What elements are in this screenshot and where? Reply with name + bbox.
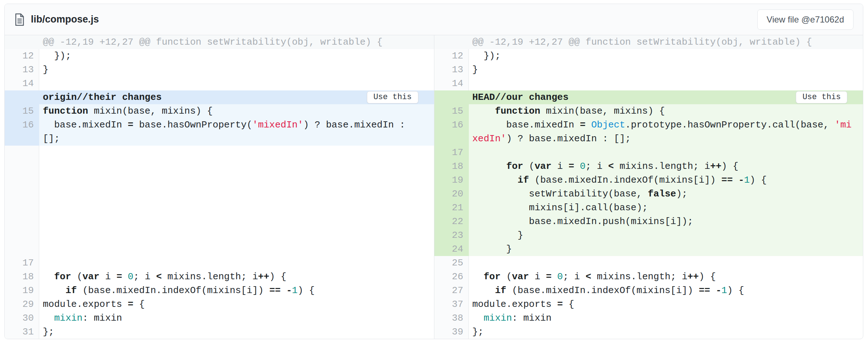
code-line: 27 if (base.mixedIn.indexOf(mixins[i]) =… xyxy=(434,284,863,297)
line-number: 17 xyxy=(5,256,39,270)
code-line: 31}; xyxy=(5,325,434,339)
code-line: 16 base.mixedIn = Object.prototype.hasOw… xyxy=(434,118,863,132)
code-line: 14 xyxy=(434,77,863,90)
code-text: module.exports = { xyxy=(469,297,863,311)
code-line: 12 }); xyxy=(434,49,863,63)
line-number xyxy=(5,146,39,159)
line-number: 24 xyxy=(434,242,469,256)
code-text xyxy=(39,146,434,159)
line-number: 13 xyxy=(5,63,39,77)
code-text: xedIn') ? base.mixedIn : []; xyxy=(469,132,863,146)
code-line: 12 }); xyxy=(5,49,434,63)
line-number: 39 xyxy=(434,325,469,339)
line-number: 14 xyxy=(434,77,469,90)
line-number xyxy=(5,228,39,242)
line-number: 31 xyxy=(5,325,39,339)
code-text xyxy=(39,242,434,256)
code-text: } xyxy=(39,63,434,77)
conflict-label: HEAD//our changes xyxy=(472,92,796,103)
filler-line xyxy=(5,242,434,256)
code-line: 21 mixins[i].call(base); xyxy=(434,201,863,215)
code-text: for (var i = 0; i < mixins.length; i++) … xyxy=(469,270,863,284)
code-text: } xyxy=(469,228,863,242)
line-number: 38 xyxy=(434,311,469,325)
code-line: 13} xyxy=(5,63,434,77)
line-number: 12 xyxy=(5,49,39,63)
hunk-header: @@ -12,19 +12,27 @@ function setWritabil… xyxy=(5,35,434,49)
code-text: }; xyxy=(469,325,863,339)
filler-line xyxy=(5,173,434,187)
code-line: 22 base.mixedIn.push(mixins[i]); xyxy=(434,215,863,228)
file-path: lib/compose.js xyxy=(31,14,99,25)
code-text: }); xyxy=(469,49,863,63)
line-number: 37 xyxy=(434,297,469,311)
code-line: 37module.exports = { xyxy=(434,297,863,311)
line-number: 16 xyxy=(434,118,469,132)
code-text: }); xyxy=(39,49,434,63)
code-line: 19 if (base.mixedIn.indexOf(mixins[i]) =… xyxy=(434,173,863,187)
use-this-button-theirs[interactable]: Use this xyxy=(367,91,418,104)
conflict-label: origin//their changes xyxy=(43,92,367,103)
code-line: 14 xyxy=(5,77,434,90)
use-this-button-ours[interactable]: Use this xyxy=(796,91,847,104)
line-number: 26 xyxy=(434,270,469,284)
code-text: mixin: mixin xyxy=(39,311,434,325)
hunk-header: @@ -12,19 +12,27 @@ function setWritabil… xyxy=(434,35,863,49)
code-line: 29module.exports = { xyxy=(5,297,434,311)
code-line: 20 setWritability(base, false); xyxy=(434,187,863,201)
line-number xyxy=(5,242,39,256)
code-line: 15function mixin(base, mixins) { xyxy=(5,104,434,118)
code-line: 23 } xyxy=(434,228,863,242)
filler-line xyxy=(5,215,434,228)
code-text: base.mixedIn.push(mixins[i]); xyxy=(469,215,863,228)
code-text xyxy=(39,187,434,201)
line-number: 12 xyxy=(434,49,469,63)
line-number xyxy=(5,201,39,215)
line-number xyxy=(5,132,39,146)
line-number xyxy=(5,173,39,187)
line-number: 21 xyxy=(434,201,469,215)
line-number: 19 xyxy=(5,284,39,297)
code-text: []; xyxy=(39,132,434,146)
code-text xyxy=(469,77,863,90)
code-text xyxy=(469,256,863,270)
line-number: 13 xyxy=(434,63,469,77)
code-line: 16 base.mixedIn = base.hasOwnProperty('m… xyxy=(5,118,434,132)
line-number: 15 xyxy=(5,104,39,118)
code-text xyxy=(469,146,863,159)
code-line: 30 mixin: mixin xyxy=(5,311,434,325)
code-text xyxy=(39,228,434,242)
line-number: 19 xyxy=(434,173,469,187)
split-diff: @@ -12,19 +12,27 @@ function setWritabil… xyxy=(5,35,863,339)
code-line: 18 for (var i = 0; i < mixins.length; i+… xyxy=(434,159,863,173)
view-file-button[interactable]: View file @e71062d xyxy=(757,9,853,30)
code-text: if (base.mixedIn.indexOf(mixins[i]) == -… xyxy=(469,173,863,187)
code-text: setWritability(base, false); xyxy=(469,187,863,201)
code-text: base.mixedIn = base.hasOwnProperty('mixe… xyxy=(39,118,434,132)
code-text: for (var i = 0; i < mixins.length; i++) … xyxy=(39,270,434,284)
line-number xyxy=(434,132,469,146)
code-text xyxy=(39,215,434,228)
pane-ours: @@ -12,19 +12,27 @@ function setWritabil… xyxy=(434,35,863,339)
code-line: 25 xyxy=(434,256,863,270)
line-number: 14 xyxy=(5,77,39,90)
filler-line xyxy=(5,146,434,159)
code-text: if (base.mixedIn.indexOf(mixins[i]) == -… xyxy=(469,284,863,297)
code-text: } xyxy=(469,63,863,77)
code-text xyxy=(39,201,434,215)
code-line: 26 for (var i = 0; i < mixins.length; i+… xyxy=(434,270,863,284)
code-line: xedIn') ? base.mixedIn : []; xyxy=(434,132,863,146)
line-number xyxy=(5,159,39,173)
filler-line xyxy=(5,201,434,215)
file-diff-card: lib/compose.js View file @e71062d @@ -12… xyxy=(4,4,863,339)
code-text: mixins[i].call(base); xyxy=(469,201,863,215)
pane-theirs: @@ -12,19 +12,27 @@ function setWritabil… xyxy=(5,35,434,339)
filler-line xyxy=(5,187,434,201)
line-number: 16 xyxy=(5,118,39,132)
line-number: 22 xyxy=(434,215,469,228)
line-number xyxy=(5,215,39,228)
code-line: 18 for (var i = 0; i < mixins.length; i+… xyxy=(5,270,434,284)
code-text xyxy=(39,77,434,90)
line-number: 30 xyxy=(5,311,39,325)
conflict-header-theirs: origin//their changesUse this xyxy=(5,90,434,104)
